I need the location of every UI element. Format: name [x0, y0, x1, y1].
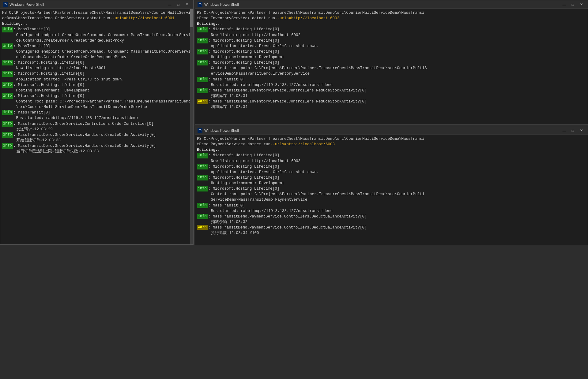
pay-indent-3: Hosting environment: Development [197, 180, 586, 186]
line-building-order: Building... [2, 21, 191, 27]
scrollbar-order[interactable] [190, 9, 193, 244]
maximize-btn-payment[interactable]: □ [569, 128, 577, 134]
pay-building: Building... [197, 147, 586, 153]
inv-prompt1: PS C:\Projects\Partner\Partner.TreasureC… [197, 10, 586, 16]
inv-badge-info-1: info [197, 27, 208, 32]
pay-badge-info-2: info [197, 164, 208, 169]
line-indent-1: Configured endpoint CreateOrderCommand, … [2, 32, 191, 38]
pay-info-2: info : Microsoft.Hosting.Lifetime[0] [197, 164, 586, 169]
pay-indent-5: Bus started: rabbitmq://119.3.138.127/ma… [197, 208, 586, 214]
pay-badge-info-4: info [197, 186, 208, 191]
titlebar-order: PS Windows PowerShell — □ ✕ [0, 0, 193, 9]
maximize-btn-order[interactable]: □ [174, 2, 182, 8]
pay-prompt2: tDemo.PaymentService> dotnet run --urls=… [197, 142, 586, 147]
inv-info-2: info : Microsoft.Hosting.Lifetime[0] [197, 38, 586, 43]
window-inventory-service: PS Windows PowerShell — □ ✕ PS C:\Projec… [195, 0, 588, 125]
line-indent-2b: ce.Commands.CreateOrder.CreateOrderRespo… [2, 54, 191, 60]
powershell-icon-inventory: PS [198, 2, 202, 7]
pay-indent-4: Content root path: C:\Projects\Partner\P… [197, 191, 586, 197]
titlebar-inventory: PS Windows PowerShell — □ ✕ [195, 0, 588, 9]
line-indent-2: Configured endpoint CreateOrderCommand, … [2, 49, 191, 54]
badge-info-2: info [2, 43, 13, 49]
inv-info-1: info : Microsoft.Hosting.Lifetime[0] [197, 27, 586, 32]
inv-info-4: info : Microsoft.Hosting.Lifetime[0] [197, 60, 586, 65]
line-info-9: info : MassTransitDemo.OrderService.Hand… [2, 132, 191, 138]
terminal-content-inventory: PS C:\Projects\Partner\Partner.TreasureC… [195, 9, 588, 124]
close-btn-payment[interactable]: ✕ [577, 128, 585, 134]
inv-warn-1: warn : MassTransitDemo.InventoryService.… [197, 99, 586, 104]
pay-info-5: info : MassTransit[0] [197, 203, 586, 208]
close-btn-inventory[interactable]: ✕ [577, 2, 585, 8]
line-info-8: info : MassTransitDemo.OrderService.Cont… [2, 121, 191, 127]
terminal-content-order: PS C:\Projects\Partner\Partner.TreasureC… [0, 9, 193, 244]
inv-indent-3: Hosting environment: Development [197, 54, 586, 60]
minimize-btn-inventory[interactable]: — [560, 2, 568, 8]
badge-info-3: info [2, 60, 13, 65]
minimize-btn-payment[interactable]: — [560, 128, 568, 134]
line-info-2: info : MassTransit[0] [2, 43, 191, 49]
pay-badge-warn-1: warn [197, 225, 208, 230]
inv-info-6: info : MassTransitDemo.InventoryService.… [197, 88, 586, 93]
powershell-icon-payment: PS [198, 128, 202, 133]
inv-badge-info-4: info [197, 60, 208, 65]
window-controls-payment: — □ ✕ [560, 128, 585, 134]
line-info-7: info : MassTransit[0] [2, 110, 191, 115]
badge-info-7: info [2, 110, 13, 115]
line-indent-8: 发送请求-12:03:29 [2, 127, 191, 132]
window-title-inventory: Windows PowerShell [204, 2, 560, 7]
badge-info-9: info [2, 132, 13, 138]
line-prompt-order: PS C:\Projects\Partner\Partner.TreasureC… [2, 10, 191, 16]
badge-info-5: info [2, 82, 13, 88]
inv-indent-warn-1: 增加库存-12:03:34 [197, 104, 586, 110]
close-btn-order[interactable]: ✕ [183, 2, 191, 8]
badge-info-1: info [2, 27, 13, 32]
inv-indent-4b: erviceDemo\MassTransitDemo.InventoryServ… [197, 71, 586, 76]
inv-indent-6: 扣减库存-12:03:31 [197, 93, 586, 99]
inv-building: Building... [197, 21, 586, 27]
inv-indent-1: Now listening on: http://localhost:6002 [197, 32, 586, 38]
line-prompt-order2: ceDemo\MassTransitDemo.OrderService> dot… [2, 16, 191, 21]
maximize-btn-inventory[interactable]: □ [569, 2, 577, 8]
titlebar-payment: PS Windows PowerShell — □ ✕ [195, 126, 588, 135]
pay-warn-1: warn : MassTransitDemo.PaymentService.Co… [197, 225, 586, 230]
line-info-5: info : Microsoft.Hosting.Lifetime[0] [2, 82, 191, 88]
line-info-10: info : MassTransitDemo.OrderService.Hand… [2, 143, 191, 149]
window-title-order: Windows PowerShell [9, 2, 166, 7]
inv-badge-info-5: info [197, 77, 208, 82]
badge-info-10: info [2, 143, 13, 149]
inv-badge-info-6: info [197, 88, 208, 93]
inv-info-5: info : MassTransit[0] [197, 77, 586, 82]
pay-indent-6: 扣减余额-12:03:32 [197, 219, 586, 225]
pay-badge-info-5: info [197, 203, 208, 208]
pay-badge-info-3: info [197, 175, 208, 180]
inv-badge-info-2: info [197, 38, 208, 43]
pay-info-3: info : Microsoft.Hosting.Lifetime[0] [197, 175, 586, 180]
inv-indent-2: Application started. Press Ctrl+C to shu… [197, 43, 586, 49]
window-controls-order: — □ ✕ [166, 2, 191, 8]
pay-indent-4b: ServiceDemo\MassTransitDemo.PaymentServi… [197, 197, 586, 203]
line-indent-6b: \src\CourierMultiServiceDemo\MassTransit… [2, 104, 191, 110]
inv-prompt2: tDemo.InventoryService> dotnet run --url… [197, 16, 586, 21]
line-indent-1b: ce.Commands.CreateOrder.CreateOrderReque… [2, 38, 191, 43]
pay-badge-info-6: info [197, 214, 208, 219]
line-indent-10: 当日订单已达到上限-创建订单失败-12:03:33 [2, 149, 191, 154]
pay-indent-warn-1: 执行退款-12:03:34-¥100 [197, 230, 586, 236]
line-info-4: info : Microsoft.Hosting.Lifetime[0] [2, 71, 191, 76]
pay-info-6: info : MassTransitDemo.PaymentService.Co… [197, 214, 586, 219]
inv-badge-warn-1: warn [197, 99, 208, 104]
minimize-btn-order[interactable]: — [166, 2, 174, 8]
line-info-6: info : Microsoft.Hosting.Lifetime[0] [2, 93, 191, 99]
inv-info-3: info : Microsoft.Hosting.Lifetime[0] [197, 49, 586, 54]
pay-indent-2: Application started. Press Ctrl+C to shu… [197, 169, 586, 175]
line-info-1: info : MassTransit[0] [2, 27, 191, 32]
window-title-payment: Windows PowerShell [204, 128, 560, 133]
terminal-content-payment: PS C:\Projects\Partner\Partner.TreasureC… [195, 135, 588, 245]
pay-prompt1: PS C:\Projects\Partner\Partner.TreasureC… [197, 136, 586, 142]
scrollbar-thumb-order[interactable] [190, 9, 193, 27]
pay-badge-info-1: info [197, 153, 208, 158]
window-order-service: PS Windows PowerShell — □ ✕ PS C:\Projec… [0, 0, 194, 245]
inv-badge-info-3: info [197, 49, 208, 54]
line-indent-4: Application started. Press Ctrl+C to shu… [2, 77, 191, 82]
powershell-icon-order: PS [3, 2, 8, 7]
inv-indent-4: Content root path: C:\Projects\Partner\P… [197, 65, 586, 71]
